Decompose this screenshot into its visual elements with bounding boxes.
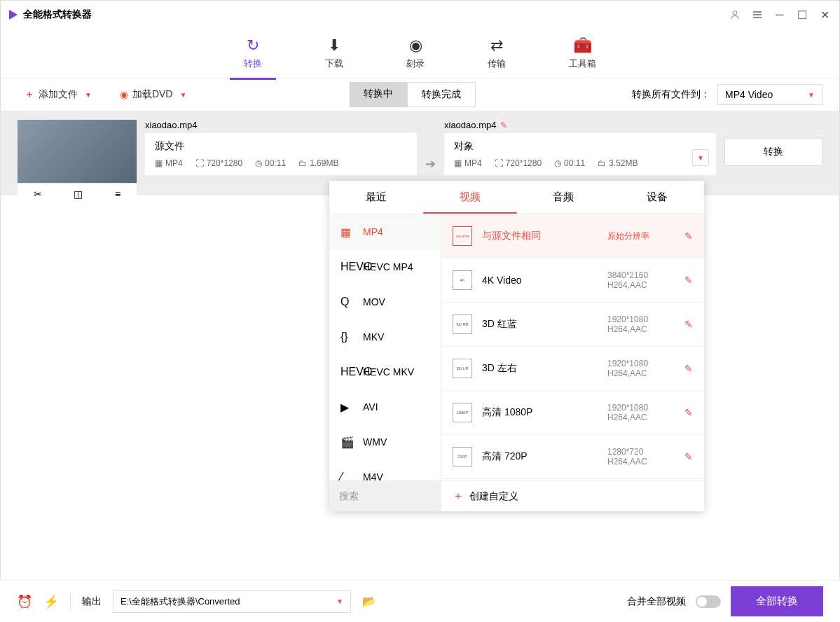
clock-icon[interactable]: ⏰ — [17, 594, 32, 609]
menu-icon[interactable] — [751, 8, 764, 21]
format-icon: ▦ — [340, 226, 354, 239]
tab-device[interactable]: 设备 — [610, 181, 704, 214]
format-select[interactable]: MP4 Video ▼ — [717, 84, 822, 105]
format-label: HEVC MP4 — [363, 261, 413, 272]
format-icon: ∕ — [340, 471, 354, 481]
preset-item[interactable]: 3D LR 3D 左右 1920*1080H264,AAC ✎ — [441, 347, 704, 391]
svg-point-0 — [733, 11, 736, 15]
flash-icon[interactable]: ⚡ — [43, 594, 59, 609]
plus-icon: ＋ — [453, 489, 464, 504]
preset-item[interactable]: 1080P 高清 1080P 1920*1080H264,AAC ✎ — [441, 391, 704, 435]
tab-converting[interactable]: 转换中 — [350, 82, 407, 107]
format-label: MKV — [363, 331, 384, 343]
preset-meta: 1920*1080H264,AAC — [607, 359, 684, 378]
preset-icon: 3D RB — [453, 315, 472, 334]
source-size: 🗀 1.69MB — [298, 158, 338, 168]
nav-label: 下载 — [325, 57, 343, 70]
preset-name: 3D 红蓝 — [482, 318, 607, 331]
nav-label: 传输 — [488, 57, 506, 70]
tab-audio[interactable]: 音频 — [517, 181, 611, 214]
nav-toolbox[interactable]: 🧰 工具箱 — [562, 34, 603, 73]
edit-icon[interactable]: ✎ — [684, 230, 693, 242]
preset-icon: 4K — [453, 270, 472, 290]
format-label: MOV — [363, 296, 385, 307]
format-item[interactable]: HEVCHEVC MP4 — [329, 249, 441, 284]
format-label: MP4 — [363, 226, 383, 237]
format-panel: 最近 视频 音频 设备 ▦MP4HEVCHEVC MP4QMOV{}MKVHEV… — [329, 181, 704, 511]
close-button[interactable]: ✕ — [818, 8, 831, 21]
edit-icon[interactable]: ✎ — [684, 363, 693, 374]
format-item[interactable]: HEVCHEVC MKV — [329, 354, 441, 389]
source-head: 源文件 — [155, 140, 407, 153]
source-filename: xiaodao.mp4 — [145, 120, 417, 130]
edit-icon[interactable]: ✎ — [684, 451, 693, 462]
target-format-dropdown[interactable]: ▼ — [692, 149, 709, 166]
nav-convert[interactable]: ↻ 转换 — [237, 34, 269, 73]
preset-item[interactable]: 3D RB 3D 红蓝 1920*1080H264,AAC ✎ — [441, 303, 704, 347]
preset-item[interactable]: 720P 高清 720P 1280*720H264,AAC ✎ — [441, 435, 704, 479]
format-item[interactable]: ∕M4V — [329, 459, 441, 481]
convert-all-button[interactable]: 全部转换 — [731, 586, 823, 616]
play-icon — [9, 10, 18, 20]
format-item[interactable]: ▶AVI — [329, 389, 441, 424]
settings-icon[interactable]: ≡ — [115, 188, 121, 200]
preset-meta: 1920*1080H264,AAC — [607, 403, 684, 422]
format-list: ▦MP4HEVCHEVC MP4QMOV{}MKVHEVCHEVC MKV▶AV… — [329, 214, 441, 481]
format-item[interactable]: ▦MP4 — [329, 214, 441, 249]
user-icon[interactable] — [729, 8, 741, 21]
preset-item[interactable]: source 与源文件相同 原始分辨率 ✎ — [441, 214, 704, 258]
edit-icon[interactable]: ✎ — [500, 120, 507, 130]
format-item[interactable]: QMOV — [329, 284, 441, 319]
merge-toggle[interactable] — [696, 595, 721, 608]
refresh-icon: ↻ — [247, 36, 259, 55]
source-card: 源文件 ▦ MP4 ⛶ 720*1280 ◷ 00:11 🗀 1.69MB — [145, 133, 417, 175]
tab-done[interactable]: 转换完成 — [407, 82, 476, 107]
add-file-label: 添加文件 — [39, 88, 78, 101]
format-label: HEVC MKV — [363, 366, 414, 378]
edit-icon[interactable]: ✎ — [684, 407, 693, 418]
source-duration: ◷ 00:11 — [255, 158, 286, 168]
edit-icon[interactable]: ✎ — [684, 319, 693, 330]
folder-icon[interactable]: 📂 — [362, 595, 376, 608]
create-custom-label: 创建自定义 — [469, 490, 518, 503]
preset-list: source 与源文件相同 原始分辨率 ✎4K 4K Video 3840*21… — [441, 214, 704, 481]
nav-download[interactable]: ⬇ 下载 — [318, 34, 350, 73]
tab-recent[interactable]: 最近 — [329, 181, 423, 214]
app-title: 全能格式转换器 — [23, 8, 92, 21]
create-custom-button[interactable]: ＋ 创建自定义 — [441, 489, 704, 504]
target-head: 对象 — [454, 140, 706, 153]
nav-transfer[interactable]: ⇄ 传输 — [481, 34, 513, 73]
crop-icon[interactable]: ◫ — [74, 188, 83, 200]
chevron-down-icon: ▼ — [808, 91, 815, 99]
download-icon: ⬇ — [328, 36, 340, 55]
tab-video[interactable]: 视频 — [423, 181, 517, 214]
edit-icon[interactable]: ✎ — [684, 275, 693, 286]
target-duration: ◷ 00:11 — [554, 158, 585, 168]
preset-meta: 1280*720H264,AAC — [607, 447, 684, 466]
output-path-select[interactable]: E:\全能格式转换器\Converted ▼ — [113, 590, 351, 613]
format-label: AVI — [363, 401, 378, 413]
search-input[interactable]: 搜索 — [329, 481, 441, 511]
nav-burn[interactable]: ◉ 刻录 — [399, 34, 432, 73]
convert-item-button[interactable]: 转换 — [724, 138, 822, 166]
video-thumbnail[interactable] — [18, 120, 137, 183]
load-dvd-button[interactable]: ◉ 加载DVD ▼ — [113, 85, 193, 104]
format-label: WMV — [363, 436, 387, 448]
cut-icon[interactable]: ✂ — [34, 188, 42, 200]
minimize-button[interactable]: ─ — [773, 8, 786, 21]
format-item[interactable]: {}MKV — [329, 319, 441, 354]
output-label: 输出 — [82, 595, 102, 608]
chevron-down-icon: ▼ — [85, 91, 92, 99]
maximize-button[interactable]: ☐ — [796, 8, 808, 21]
preset-icon: 3D LR — [453, 359, 472, 378]
preset-name: 高清 1080P — [482, 406, 607, 419]
format-item[interactable]: 🎬WMV — [329, 424, 441, 459]
preset-item[interactable]: 4K 4K Video 3840*2160H264,AAC ✎ — [441, 258, 704, 303]
target-filename: xiaodao.mp4 — [444, 120, 496, 130]
source-resolution: ⛶ 720*1280 — [195, 158, 242, 168]
preset-meta: 3840*2160H264,AAC — [607, 270, 684, 290]
add-file-button[interactable]: ＋ 添加文件 ▼ — [18, 85, 99, 104]
toolbox-icon: 🧰 — [573, 36, 592, 55]
plus-icon: ＋ — [25, 88, 34, 101]
output-path-value: E:\全能格式转换器\Converted — [121, 595, 240, 608]
